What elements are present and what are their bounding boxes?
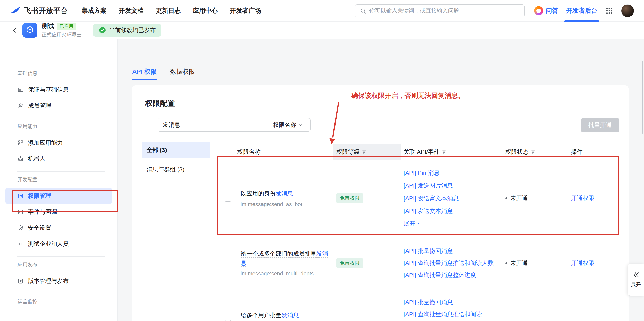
sidebar-divider xyxy=(18,171,105,172)
api-link[interactable]: [API] 发送富文本消息 xyxy=(404,192,458,205)
section-title: 运营监控 xyxy=(0,298,118,305)
sidebar-item-security[interactable]: 安全设置 xyxy=(6,220,112,236)
status-dot xyxy=(506,197,508,199)
page-title: 权限配置 xyxy=(145,98,175,108)
developer-console-link[interactable]: 开发者后台 xyxy=(566,0,598,22)
permission-tabs: API 权限 数据权限 xyxy=(132,63,195,80)
row-checkbox[interactable] xyxy=(224,195,231,202)
app-subtitle: 正式应用@环界云 xyxy=(42,32,82,38)
permission-search-input[interactable] xyxy=(158,118,266,131)
permission-icon xyxy=(18,193,24,199)
nav-item-changelog[interactable]: 更新日志 xyxy=(156,6,181,15)
sidebar-section-capability: 应用能力 添加应用能力 机器人 xyxy=(0,123,118,167)
add-capability-icon xyxy=(18,140,24,146)
nav-item-app-center[interactable]: 应用中心 xyxy=(193,6,218,15)
sidebar-item-permissions[interactable]: 权限管理 xyxy=(6,188,112,204)
table-row-send-multi-users: 给多个用户批量发消息 [API] 批量撤回消息 [API] 查询批量消息推送和阅… xyxy=(218,290,618,321)
sidebar-item-test-enterprise[interactable]: 测试企业和人员 xyxy=(6,236,112,252)
category-all[interactable]: 全部 (3) xyxy=(142,142,210,158)
section-title: 应用能力 xyxy=(0,123,118,130)
expand-apis-link[interactable]: 展开 xyxy=(404,217,458,230)
select-all-checkbox[interactable] xyxy=(224,149,231,155)
nav-item-docs[interactable]: 开发文档 xyxy=(119,6,144,15)
code-brackets-icon xyxy=(18,241,24,247)
permission-name[interactable]: 以应用的身份发消息 xyxy=(240,189,302,198)
permission-code: im:message:send_multi_depts xyxy=(240,270,328,277)
level-badge: 免审权限 xyxy=(336,193,363,203)
main-nav: 集成方案 开发文档 更新日志 应用中心 开发者广场 xyxy=(82,6,261,15)
tabs-divider xyxy=(132,80,628,80)
batch-open-button[interactable]: 批量开通 xyxy=(581,118,619,132)
apps-grid-icon[interactable] xyxy=(605,7,613,15)
level-badge: 免审权限 xyxy=(336,258,363,268)
nav-item-integration[interactable]: 集成方案 xyxy=(82,6,106,15)
sidebar-item-add-capability[interactable]: 添加应用能力 xyxy=(6,135,112,151)
sidebar-item-members[interactable]: 成员管理 xyxy=(6,98,112,114)
api-link[interactable]: [API] 查询批量消息推送和阅读 xyxy=(404,308,482,320)
category-list: 全部 (3) 消息与群组 (3) xyxy=(142,142,210,178)
publish-status-banner: 当前修改均已发布 xyxy=(93,24,161,37)
sidebar-item-version-release[interactable]: 版本管理与发布 xyxy=(6,273,112,289)
api-link[interactable]: [API] 批量撤回消息 xyxy=(404,245,494,257)
sidebar-section-release: 应用发布 版本管理与发布 xyxy=(0,261,118,289)
app-meta: 测试 已启用 正式应用@环界云 xyxy=(42,22,82,38)
global-search-input[interactable] xyxy=(369,8,520,14)
global-search-box[interactable] xyxy=(355,4,524,17)
qa-link[interactable]: 问答 xyxy=(534,6,558,16)
status-text: 未开通 xyxy=(510,259,528,267)
filter-funnel-icon[interactable] xyxy=(442,150,446,154)
tab-data-permission[interactable]: 数据权限 xyxy=(170,63,195,80)
table-header: 权限名称 权限等级 关联 API/事件 权限状态 xyxy=(218,144,618,160)
screen: 飞书开放平台 集成方案 开发文档 更新日志 应用中心 开发者广场 问答 开发者后… xyxy=(0,0,644,321)
permission-name[interactable]: 给一个或多个部门的成员批量发消息 xyxy=(240,249,328,268)
filter-funnel-icon[interactable] xyxy=(531,150,535,154)
back-icon[interactable] xyxy=(10,25,20,35)
api-link[interactable]: [API] Pin 消息 xyxy=(404,166,458,179)
col-related-api[interactable]: 关联 API/事件 xyxy=(401,144,500,160)
brand[interactable]: 飞书开放平台 xyxy=(10,6,68,16)
release-icon xyxy=(18,278,24,284)
app-header: 测试 已启用 正式应用@环界云 当前修改均已发布 xyxy=(0,22,644,39)
api-link[interactable]: [API] 发送文本消息 xyxy=(404,205,458,217)
feishu-logo-icon xyxy=(10,6,21,16)
category-message-group[interactable]: 消息与群组 (3) xyxy=(142,161,210,178)
table-row-send-multi-depts: 给一个或多个部门的成员批量发消息 im:message:send_multi_d… xyxy=(218,236,618,290)
enabled-badge: 已启用 xyxy=(57,23,76,30)
tab-api-permission[interactable]: API 权限 xyxy=(132,63,157,80)
status-text: 未开通 xyxy=(510,194,528,202)
event-callback-icon xyxy=(18,209,24,215)
permission-table: 权限名称 权限等级 关联 API/事件 权限状态 xyxy=(218,144,618,321)
annotation-text: 确保该权限开启，否则无法回复消息。 xyxy=(351,91,464,100)
search-field-dropdown[interactable]: 权限名称 xyxy=(266,118,310,131)
status-dot xyxy=(506,262,508,264)
col-permission-status[interactable]: 权限状态 xyxy=(500,144,565,160)
sidebar-item-credentials[interactable]: 凭证与基础信息 xyxy=(6,82,112,98)
sidebar-section-basic: 基础信息 凭证与基础信息 成员管理 xyxy=(0,70,118,114)
user-avatar[interactable] xyxy=(621,4,634,17)
filter-funnel-icon[interactable] xyxy=(362,150,366,154)
permission-code: im:message:send_as_bot xyxy=(240,201,302,208)
app-name: 测试 xyxy=(42,22,54,30)
sidebar-section-dev-config: 开发配置 权限管理 事件与回调 xyxy=(0,176,118,252)
sidebar-item-bot[interactable]: 机器人 xyxy=(6,151,112,167)
top-navbar: 飞书开放平台 集成方案 开发文档 更新日志 应用中心 开发者广场 问答 开发者后… xyxy=(0,0,644,22)
open-permission-link[interactable]: 开通权限 xyxy=(571,259,594,267)
vertical-scrollbar[interactable] xyxy=(642,61,643,134)
security-shield-icon xyxy=(18,225,24,231)
section-title: 基础信息 xyxy=(0,70,118,76)
section-title: 开发配置 xyxy=(0,176,118,183)
nav-item-dev-plaza[interactable]: 开发者广场 xyxy=(230,6,261,15)
api-link[interactable]: [API] 批量撤回消息 xyxy=(404,296,482,308)
row-checkbox[interactable] xyxy=(224,320,231,321)
api-link[interactable]: [API] 查询批量消息推送和阅读人数 xyxy=(404,257,494,269)
expand-side-panel-button[interactable]: 展开 xyxy=(628,264,644,296)
check-circle-icon xyxy=(99,26,106,34)
api-link[interactable]: [API] 发送图片消息 xyxy=(404,179,458,192)
permission-name[interactable]: 给多个用户批量发消息 xyxy=(240,311,299,320)
api-link[interactable]: [API] 查询批量消息整体进度 xyxy=(404,269,494,281)
sidebar-item-events[interactable]: 事件与回调 xyxy=(6,204,112,220)
credential-icon xyxy=(18,86,24,93)
open-permission-link[interactable]: 开通权限 xyxy=(571,194,594,202)
row-checkbox[interactable] xyxy=(224,260,231,266)
table-row-send-as-bot: 以应用的身份发消息 im:message:send_as_bot 免审权限 [A… xyxy=(218,160,618,236)
